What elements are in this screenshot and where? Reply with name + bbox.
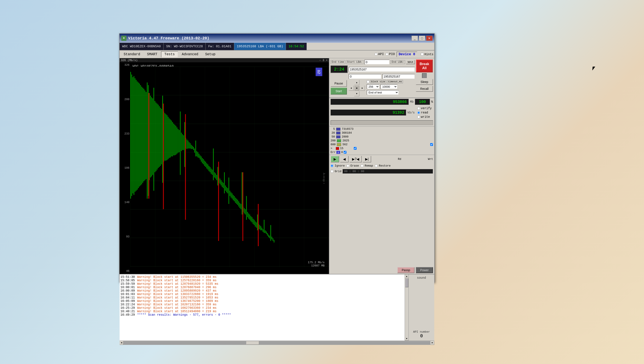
api-number-section: API number 0 [413, 330, 430, 339]
recall-button[interactable]: Recall [416, 86, 433, 92]
bt-checkbox[interactable] [367, 80, 370, 83]
svg-rect-33 [164, 113, 165, 161]
timeout-select[interactable]: 10000 5000 15000 [380, 84, 398, 89]
dir-up[interactable]: ▲ [354, 80, 359, 85]
svg-rect-9 [138, 83, 139, 188]
legend-row-err2: Err X 0 [330, 151, 433, 154]
svg-rect-63 [198, 152, 198, 158]
svg-rect-97 [235, 198, 236, 203]
h-scroll-left[interactable]: ◄ [120, 341, 124, 345]
log-msg-8: Warning! Block start at 13674675200 = 18… [137, 299, 218, 303]
svg-rect-89 [226, 187, 227, 192]
close-button[interactable]: ✕ [426, 36, 432, 41]
svg-rect-35 [167, 115, 168, 160]
tab-setup[interactable]: Setup [202, 51, 219, 57]
passp-button[interactable]: Passp [397, 267, 414, 273]
sleep-button[interactable]: Sleep [416, 79, 433, 85]
dir-center[interactable]: ■ [354, 86, 359, 91]
start-button[interactable]: Start [330, 88, 347, 95]
tab-standard[interactable]: Standard [120, 51, 144, 57]
dir-left[interactable]: ◄ [348, 86, 354, 91]
restore-radio[interactable] [375, 164, 378, 167]
block-size-select[interactable]: 256 512 1024 [367, 84, 380, 89]
end-button[interactable]: ▶| [362, 156, 371, 162]
start-lba-label: Start LBA: [346, 60, 364, 64]
log-msg-6: Warning! Block start at 13033722880 = 19… [137, 292, 218, 296]
pio-radio[interactable] [386, 53, 388, 56]
read-radio-label[interactable]: read [417, 111, 432, 114]
bottom-btns: Passp Power [329, 266, 434, 274]
log-msg-5: Warning! Block start at 12895889920 = 43… [137, 289, 216, 292]
log-time-6: 16:01:03 [120, 292, 136, 296]
ignore-radio-label[interactable]: Ignore [330, 164, 345, 167]
h-scroll-thumb[interactable] [246, 341, 259, 345]
break-all-button[interactable]: Break All [416, 60, 433, 72]
svg-rect-132 [274, 240, 274, 242]
error-action-row: Ignore Erase Remap Restore [329, 163, 434, 168]
skip-fwd-button[interactable]: ▶?◀ [350, 156, 362, 162]
svg-rect-135 [185, 114, 186, 220]
legend-val-5: 7316573 [342, 127, 355, 131]
hints-checkbox[interactable] [421, 53, 424, 56]
write-radio[interactable] [417, 116, 420, 118]
power-button[interactable]: Power [416, 267, 433, 273]
kbs-unit: kb/s [408, 111, 415, 114]
mb-value: 12687 MB [308, 264, 324, 267]
remap-radio[interactable] [361, 164, 364, 167]
start-lba-input[interactable] [364, 60, 390, 65]
log-line-8: 16:05:09 Warning! Block start at 1367467… [120, 299, 404, 303]
svg-rect-54 [188, 141, 188, 149]
svg-rect-83 [220, 179, 220, 184]
device-name-segment: WDC WD10EZEX-00BN5A0 [120, 43, 164, 50]
max-button[interactable]: MAX [406, 60, 415, 64]
legend-row-200: 200 2825 [330, 139, 433, 142]
svg-rect-130 [272, 237, 272, 239]
restore-radio-label[interactable]: Restore [375, 164, 391, 167]
svg-rect-103 [242, 172, 242, 215]
read-radio[interactable] [417, 111, 420, 114]
play-button[interactable]: ▶ [330, 156, 339, 162]
svg-rect-127 [268, 235, 269, 237]
svg-rect-126 [267, 233, 268, 235]
y-axis: 326 280 233 186 140 93 46 [120, 62, 130, 274]
restore-button[interactable]: □ [419, 36, 425, 41]
grid-checkbox[interactable] [330, 170, 334, 173]
h-scroll-track[interactable] [124, 341, 430, 345]
pause-button[interactable]: Pause [330, 80, 347, 87]
back-button[interactable]: ◀ [340, 156, 348, 162]
legend-check-600[interactable] [430, 143, 433, 146]
legend-check-err1[interactable] [354, 147, 356, 150]
svg-rect-39 [171, 121, 172, 156]
graph-speed-label: 175.2 Mb/s 12687 MB [308, 261, 324, 267]
legend-check-err2[interactable] [344, 151, 346, 154]
verify-radio[interactable] [417, 107, 420, 110]
minimize-button[interactable]: _ [412, 36, 418, 41]
lba-input2[interactable] [348, 74, 382, 79]
h-scroll-right[interactable]: ► [430, 341, 434, 345]
verify-radio-label[interactable]: verify [417, 107, 432, 110]
pio-radio-label[interactable]: PIO [386, 53, 395, 56]
remap-radio-label[interactable]: Remap [361, 164, 373, 167]
log-time-2: 15:58:05 [120, 279, 136, 282]
api-radio-label[interactable]: API [374, 53, 384, 56]
dir-right[interactable]: ► [360, 86, 365, 91]
end-test-select[interactable]: End of test [367, 90, 399, 95]
h-scrollbar: ◄ ► [120, 340, 434, 345]
tab-smart[interactable]: SMART [144, 51, 160, 57]
end-lba-input[interactable] [348, 67, 415, 72]
erase-radio[interactable] [346, 164, 349, 167]
tab-tests[interactable]: Tests [161, 51, 178, 58]
mouse-cursor [592, 67, 595, 71]
lba-value2[interactable] [382, 74, 415, 79]
svg-text:log:: log: [323, 172, 325, 185]
dir-down[interactable]: ▼ [354, 91, 359, 96]
write-radio-label[interactable]: write [417, 115, 432, 119]
tab-advanced[interactable]: Advanced [178, 51, 202, 57]
erase-radio-label[interactable]: Erase [346, 164, 359, 167]
scroll-down-arrow[interactable]: ▼ [405, 337, 409, 340]
api-value: 0 [413, 333, 430, 339]
api-radio[interactable] [374, 53, 378, 56]
ignore-radio[interactable] [330, 164, 334, 167]
scroll-thumb[interactable] [405, 279, 408, 287]
scroll-up-arrow[interactable]: ▲ [405, 274, 409, 278]
